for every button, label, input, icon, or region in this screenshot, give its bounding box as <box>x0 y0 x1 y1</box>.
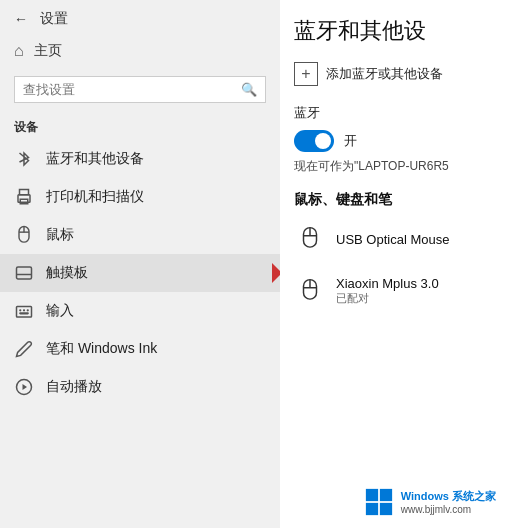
sidebar-printer-label: 打印机和扫描仪 <box>46 188 144 206</box>
search-box[interactable]: 🔍 <box>14 76 266 103</box>
home-label: 主页 <box>34 42 62 60</box>
touchpad-icon <box>14 263 34 283</box>
svg-rect-22 <box>380 489 392 501</box>
home-item[interactable]: ⌂ 主页 <box>0 34 280 68</box>
svg-marker-14 <box>23 384 28 390</box>
svg-rect-8 <box>17 307 32 318</box>
left-panel: ← 设置 ⌂ 主页 🔍 设备 蓝牙和其他设备 打印机和扫描仪 <box>0 0 280 528</box>
mouse-keyboard-header: 鼠标、键盘和笔 <box>294 191 496 209</box>
right-title: 蓝牙和其他设 <box>294 16 496 46</box>
xiaoxin-device-icon <box>294 275 326 307</box>
sidebar-autoplay-label: 自动播放 <box>46 378 102 396</box>
autoplay-icon <box>14 377 34 397</box>
sidebar-item-mouse[interactable]: 鼠标 <box>0 216 280 254</box>
bluetooth-toggle[interactable] <box>294 130 334 152</box>
sidebar-item-autoplay[interactable]: 自动播放 <box>0 368 280 406</box>
device-usb-mouse[interactable]: USB Optical Mouse <box>294 219 496 259</box>
bluetooth-toggle-label: 开 <box>344 132 357 150</box>
bluetooth-toggle-row: 开 <box>294 130 496 152</box>
svg-rect-6 <box>17 267 32 279</box>
watermark-line1: Windows 系统之家 <box>401 489 496 504</box>
add-device-button[interactable]: + 添加蓝牙或其他设备 <box>294 62 496 86</box>
xiaoxin-status: 已配对 <box>336 291 439 306</box>
mouse-icon <box>14 225 34 245</box>
sidebar-bluetooth-label: 蓝牙和其他设备 <box>46 150 144 168</box>
settings-title: 设置 <box>40 10 68 28</box>
windows-logo-icon <box>365 488 393 516</box>
xiaoxin-name: Xiaoxin Mplus 3.0 <box>336 276 439 291</box>
svg-rect-21 <box>366 489 378 501</box>
svg-rect-24 <box>380 503 392 515</box>
sidebar-item-bluetooth[interactable]: 蓝牙和其他设备 <box>0 140 280 178</box>
svg-rect-0 <box>20 190 29 195</box>
usb-mouse-info: USB Optical Mouse <box>336 232 449 247</box>
section-label: 设备 <box>0 111 280 140</box>
bluetooth-section-header: 蓝牙 <box>294 104 496 122</box>
pen-icon <box>14 339 34 359</box>
watermark-line2: www.bjjmlv.com <box>401 504 496 515</box>
add-icon: + <box>294 62 318 86</box>
search-input[interactable] <box>23 82 235 97</box>
back-button[interactable]: ← <box>14 11 28 27</box>
laptop-info: 现在可作为"LAPTOP-UR6R5 <box>294 158 496 175</box>
sidebar-input-label: 输入 <box>46 302 74 320</box>
usb-mouse-name: USB Optical Mouse <box>336 232 449 247</box>
sidebar-item-input[interactable]: 输入 <box>0 292 280 330</box>
mouse-device-icon <box>294 223 326 255</box>
xiaoxin-info: Xiaoxin Mplus 3.0 已配对 <box>336 276 439 306</box>
watermark: Windows 系统之家 www.bjjmlv.com <box>359 484 502 520</box>
sidebar-item-pen[interactable]: 笔和 Windows Ink <box>0 330 280 368</box>
right-panel: 蓝牙和其他设 + 添加蓝牙或其他设备 蓝牙 开 现在可作为"LAPTOP-UR6… <box>280 0 510 528</box>
search-icon: 🔍 <box>241 82 257 97</box>
device-xiaoxin[interactable]: Xiaoxin Mplus 3.0 已配对 <box>294 271 496 311</box>
sidebar-mouse-label: 鼠标 <box>46 226 74 244</box>
sidebar-item-printer[interactable]: 打印机和扫描仪 <box>0 178 280 216</box>
sidebar-touchpad-label: 触摸板 <box>46 264 88 282</box>
add-device-label: 添加蓝牙或其他设备 <box>326 65 443 83</box>
svg-rect-23 <box>366 503 378 515</box>
bluetooth-icon <box>14 149 34 169</box>
printer-icon <box>14 187 34 207</box>
sidebar-item-touchpad[interactable]: 触摸板 <box>0 254 280 292</box>
header-bar: ← 设置 <box>0 0 280 34</box>
home-icon: ⌂ <box>14 42 24 60</box>
input-icon <box>14 301 34 321</box>
sidebar-pen-label: 笔和 Windows Ink <box>46 340 157 358</box>
watermark-text: Windows 系统之家 www.bjjmlv.com <box>401 489 496 515</box>
